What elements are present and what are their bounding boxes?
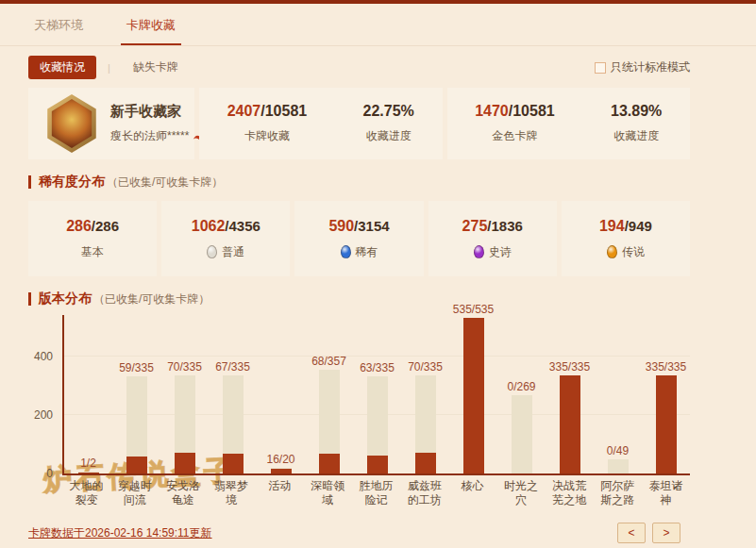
version-section-title: 版本分布: [39, 291, 92, 307]
sub-tab-1[interactable]: 缺失卡牌: [122, 56, 190, 79]
x-axis-labels: 大地的裂变穿越时间流安戈洛龟途翡翠梦境活动深暗领域胜地历险记威兹班的工坊核心时光…: [62, 479, 690, 507]
stat-label: 卡牌收藏: [227, 128, 308, 144]
rarity-label-row: 稀有: [341, 244, 378, 260]
chart-bar-column: 1/2: [64, 457, 112, 473]
chart-bar-column: 68/357: [305, 355, 353, 473]
stat-label: 收藏进度: [611, 128, 662, 144]
stat-number: 13.89%: [611, 103, 662, 120]
rarity-card: 286/286基本: [28, 201, 157, 276]
rarity-total: /4356: [225, 218, 260, 234]
sub-tab-0[interactable]: 收藏情况: [28, 56, 96, 79]
stat-value: 2407: [227, 103, 261, 119]
stat-number: 1470/10581: [475, 103, 555, 120]
chart-category-label: 威兹班的工坊: [400, 479, 448, 507]
bar-value-label: 16/20: [266, 453, 294, 466]
prev-page-button[interactable]: <: [617, 523, 646, 543]
checkbox-label: 只统计标准模式: [611, 59, 690, 75]
rarity-label-row: 基本: [81, 244, 104, 260]
rarity-number: 194/949: [599, 218, 652, 235]
chart-bar-column: 70/335: [401, 360, 449, 473]
stat-value: 22.75%: [363, 103, 414, 119]
bar-value-label: 0/269: [507, 380, 535, 393]
bar-segment-collected: [319, 454, 340, 473]
next-page-button[interactable]: >: [652, 523, 680, 543]
stat-block: 1470/10581金色卡牌: [475, 103, 555, 144]
player-name: 瘦长的法师*****: [110, 128, 189, 144]
chart-category-label: 时光之穴: [496, 479, 545, 507]
rarity-section-header: 稀有度分布 （已收集/可收集卡牌）: [28, 174, 690, 191]
stat-block: 22.75%收藏进度: [363, 103, 414, 144]
profile-text: 新手收藏家 瘦长的法师*****: [110, 103, 211, 144]
bar-segment-missing: [223, 375, 244, 454]
rarity-card: 194/949传说: [562, 201, 690, 276]
rarity-collected: 275: [462, 218, 488, 234]
rarity-gem-icon: [607, 245, 617, 258]
rarity-gem-icon: [341, 245, 351, 258]
main-tab-1[interactable]: 卡牌收藏: [121, 17, 181, 45]
toolbar-row: 收藏情况|缺失卡牌 只统计标准模式: [28, 56, 690, 79]
bar-value-label: 59/335: [119, 361, 154, 374]
bar-value-label: 535/535: [453, 303, 494, 316]
bar-segment-missing: [126, 376, 147, 457]
chart-bar-column: 335/335: [642, 360, 690, 473]
bar-segment-collected: [463, 318, 484, 473]
stat-block: 2407/10581卡牌收藏: [227, 103, 308, 144]
version-section-header: 版本分布 （已收集/可收集卡牌）: [28, 291, 690, 307]
rarity-card: 590/3154稀有: [294, 201, 423, 276]
bar-segment-missing: [415, 375, 436, 453]
chart-bar-column: 535/535: [449, 303, 497, 473]
bar-segment-missing: [512, 395, 532, 473]
rarity-card: 275/1836史诗: [428, 201, 557, 276]
rarity-label: 基本: [81, 244, 104, 260]
y-axis-tick: 400: [23, 350, 53, 363]
chart-bar-column: 67/335: [209, 360, 257, 473]
rarity-cards-row: 286/286基本1062/4356普通590/3154稀有275/1836史诗…: [28, 201, 690, 276]
bar-segment-collected: [415, 453, 436, 473]
collection-stats-panel: 2407/10581卡牌收藏22.75%收藏进度: [199, 88, 443, 159]
section-marker: [28, 175, 31, 189]
checkbox-icon[interactable]: [595, 62, 606, 74]
golden-stats-panel: 1470/10581金色卡牌13.89%收藏进度: [447, 88, 691, 159]
rarity-number: 286/286: [66, 218, 119, 235]
stat-number: 22.75%: [363, 103, 414, 120]
rarity-collected: 286: [66, 218, 92, 234]
bar-value-label: 335/335: [646, 360, 686, 374]
rarity-collected: 1062: [192, 218, 226, 234]
stat-total: /10581: [509, 103, 555, 119]
y-axis-tick: 0: [23, 467, 53, 480]
chart-bar-column: 63/335: [353, 361, 401, 473]
section-marker: [28, 292, 31, 306]
stat-total: /10581: [260, 103, 307, 119]
bar-segment-missing: [367, 376, 388, 456]
rarity-number: 1062/4356: [192, 218, 260, 235]
avatar: [45, 94, 98, 153]
chart-bar-column: 59/335: [112, 361, 160, 473]
rarity-collected: 590: [328, 218, 354, 234]
rarity-label: 普通: [222, 244, 244, 260]
stat-value: 1470: [475, 103, 509, 119]
bar-segment-collected: [656, 375, 677, 473]
main-tab-0[interactable]: 天梯环境: [28, 17, 89, 45]
bar-segment-missing: [175, 375, 195, 453]
bar-segment-collected: [223, 454, 244, 473]
chart-bar-column: 335/335: [546, 360, 594, 473]
rarity-section-subtitle: （已收集/可收集卡牌）: [107, 174, 223, 191]
stat-label: 金色卡牌: [475, 128, 555, 144]
standard-mode-checkbox[interactable]: 只统计标准模式: [595, 59, 690, 75]
y-axis-tick: 200: [23, 408, 53, 422]
bar-segment-collected: [78, 473, 99, 473]
main-content: 收藏情况|缺失卡牌 只统计标准模式 新手收藏家 瘦长的法师*****: [0, 56, 756, 543]
bar-value-label: 70/335: [167, 360, 202, 374]
rarity-card: 1062/4356普通: [161, 201, 290, 276]
rarity-label: 稀有: [356, 244, 378, 260]
rarity-label-row: 史诗: [474, 244, 512, 260]
main-tabs: 天梯环境卡牌收藏: [0, 4, 756, 46]
rarity-collected: 194: [599, 218, 625, 234]
rarity-gem-icon: [474, 245, 484, 258]
bar-value-label: 67/335: [215, 360, 250, 374]
update-link[interactable]: 卡牌数据于2026-02-16 14:59:11更新: [28, 525, 212, 541]
profile-panel: 新手收藏家 瘦长的法师*****: [28, 88, 194, 159]
version-distribution-chart: 0200400 1/259/33570/33567/33516/2068/357…: [28, 315, 690, 507]
chart-category-label: 活动: [256, 479, 304, 507]
footer-row: 卡牌数据于2026-02-16 14:59:11更新 < >: [28, 523, 690, 543]
